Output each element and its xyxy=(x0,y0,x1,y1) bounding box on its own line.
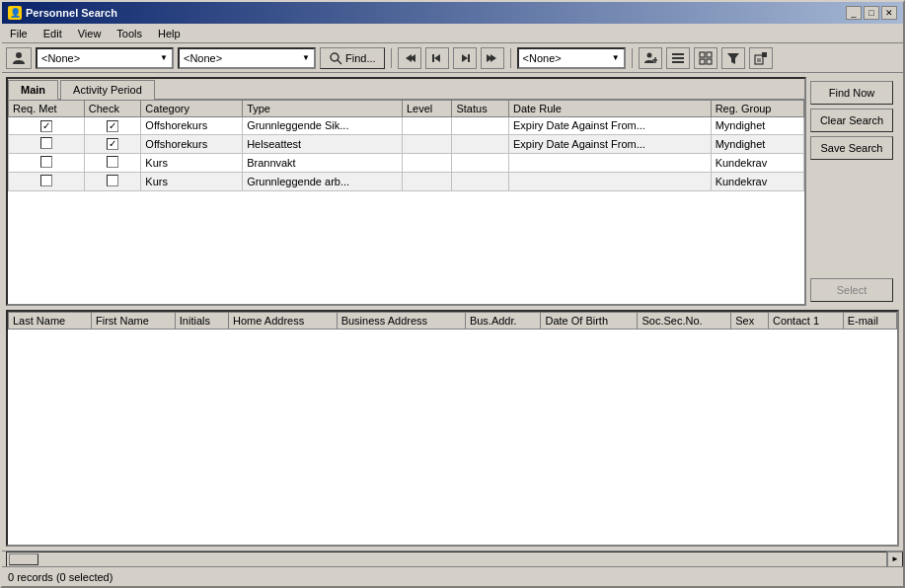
col-business-address: Business Address xyxy=(337,313,465,330)
cell-req-met-2[interactable] xyxy=(9,153,85,172)
checkbox-req-met-2[interactable] xyxy=(40,156,52,168)
col-date-of-birth: Date Of Birth xyxy=(541,313,638,330)
col-home-address: Home Address xyxy=(229,313,338,330)
scroll-right-button[interactable]: ► xyxy=(887,551,903,567)
cell-status-1 xyxy=(452,134,509,153)
tab-main[interactable]: Main xyxy=(8,80,58,100)
save-search-button[interactable]: Save Search xyxy=(810,136,893,160)
cell-req-met-1[interactable] xyxy=(9,134,85,153)
toolbar-btn-3[interactable] xyxy=(694,47,717,69)
cell-status-0 xyxy=(452,117,509,135)
checkbox-check-3[interactable] xyxy=(107,175,118,186)
combo-arrow-1: ▼ xyxy=(160,53,168,62)
nav-next[interactable] xyxy=(453,47,477,69)
cell-check-2[interactable] xyxy=(84,153,141,172)
svg-point-11 xyxy=(646,52,651,57)
menu-tools[interactable]: Tools xyxy=(113,27,146,40)
col-initials: Initials xyxy=(175,313,228,330)
combo-none-3[interactable]: <None> ▼ xyxy=(517,47,626,69)
nav-next-icon xyxy=(458,51,472,65)
export-icon xyxy=(754,51,768,65)
table-row[interactable]: Offshorekurs Helseattest Expiry Date Aga… xyxy=(9,134,804,153)
criteria-panel: Main Activity Period Req. Met Check Cate… xyxy=(6,77,806,306)
results-header-row: Last Name First Name Initials Home Addre… xyxy=(9,313,897,330)
svg-marker-21 xyxy=(727,53,739,64)
cell-level-3 xyxy=(402,172,452,190)
minimize-button[interactable]: _ xyxy=(846,6,862,20)
title-bar: 👤 Personnel Search _ □ ✕ xyxy=(2,2,903,24)
col-reg-group: Reg. Group xyxy=(711,101,803,117)
horizontal-scrollbar[interactable] xyxy=(6,551,887,567)
cell-date-rule-1: Expiry Date Against From... xyxy=(509,134,712,153)
svg-rect-20 xyxy=(707,59,712,64)
checkbox-req-met-3[interactable] xyxy=(40,175,52,186)
cell-reg-group-3: Kundekrav xyxy=(711,172,803,190)
cell-check-1[interactable] xyxy=(84,134,141,153)
table-row[interactable]: Kurs Brannvakt Kundekrav xyxy=(9,153,804,172)
table-row[interactable]: Kurs Grunnleggende arb... Kundekrav xyxy=(9,172,804,190)
find-now-button[interactable]: Find Now xyxy=(810,81,893,105)
toolbar-btn-5[interactable] xyxy=(749,47,773,69)
toolbar-btn-1[interactable] xyxy=(639,47,662,69)
menu-edit[interactable]: Edit xyxy=(39,27,66,40)
nav-prev[interactable] xyxy=(425,47,449,69)
find-button[interactable]: Find... xyxy=(320,47,385,69)
cell-req-met-3[interactable] xyxy=(9,172,85,190)
checkbox-req-met-1[interactable] xyxy=(40,137,52,149)
close-button[interactable]: ✕ xyxy=(881,6,897,20)
col-date-rule: Date Rule xyxy=(509,101,712,117)
svg-rect-15 xyxy=(672,57,684,59)
cell-category-0: Offshorekurs xyxy=(141,117,243,135)
col-type: Type xyxy=(243,101,403,117)
cell-check-0[interactable] xyxy=(84,117,141,135)
combo-none-1[interactable]: <None> ▼ xyxy=(36,47,174,69)
checkbox-req-met-0[interactable] xyxy=(40,120,52,132)
nav-last[interactable] xyxy=(481,47,504,69)
grid-header-row: Req. Met Check Category Type Level Statu… xyxy=(9,101,804,117)
toolbar: <None> ▼ <None> ▼ Find... xyxy=(2,43,903,73)
col-req-met: Req. Met xyxy=(9,101,85,117)
criteria-grid[interactable]: Req. Met Check Category Type Level Statu… xyxy=(8,100,804,304)
svg-rect-14 xyxy=(672,53,684,55)
table-row[interactable]: Offshorekurs Grunnleggende Sik... Expiry… xyxy=(9,117,804,135)
svg-marker-7 xyxy=(462,54,468,62)
svg-rect-16 xyxy=(672,61,684,63)
combo-none-2[interactable]: <None> ▼ xyxy=(178,47,316,69)
svg-rect-18 xyxy=(707,52,712,57)
nav-prev-icon xyxy=(430,51,444,65)
col-last-name: Last Name xyxy=(9,313,92,330)
menu-view[interactable]: View xyxy=(74,27,106,40)
col-bus-addr: Bus.Addr. xyxy=(465,313,541,330)
maximize-button[interactable]: □ xyxy=(864,6,879,20)
cell-status-2 xyxy=(452,153,509,172)
cell-req-met-0[interactable] xyxy=(9,117,85,135)
clear-search-button[interactable]: Clear Search xyxy=(810,109,893,132)
window-title: Personnel Search xyxy=(26,7,117,19)
cell-check-3[interactable] xyxy=(84,172,141,190)
cell-level-2 xyxy=(402,153,452,172)
tab-activity[interactable]: Activity Period xyxy=(60,80,155,100)
filter-icon xyxy=(726,51,740,65)
menu-bar: File Edit View Tools Help xyxy=(2,24,903,43)
svg-marker-5 xyxy=(434,54,440,62)
person-icon xyxy=(11,50,27,66)
menu-help[interactable]: Help xyxy=(154,27,185,40)
action-panel: Find Now Clear Search Save Search Select xyxy=(810,77,899,306)
nav-first[interactable] xyxy=(398,47,421,69)
col-status: Status xyxy=(452,101,509,117)
cell-status-3 xyxy=(452,172,509,190)
separator-2 xyxy=(510,48,511,68)
checkbox-check-0[interactable] xyxy=(107,120,118,132)
select-button[interactable]: Select xyxy=(810,278,893,302)
person-icon-btn[interactable] xyxy=(6,47,32,69)
col-level: Level xyxy=(402,101,452,117)
col-category: Category xyxy=(141,101,243,117)
button-spacer xyxy=(810,164,899,274)
toolbar-btn-4[interactable] xyxy=(721,47,745,69)
menu-file[interactable]: File xyxy=(6,27,32,40)
checkbox-check-1[interactable] xyxy=(107,138,118,150)
toolbar-btn-2[interactable] xyxy=(666,47,690,69)
tab-bar: Main Activity Period xyxy=(8,79,804,100)
scroll-thumb[interactable] xyxy=(9,553,38,565)
checkbox-check-2[interactable] xyxy=(107,156,118,168)
